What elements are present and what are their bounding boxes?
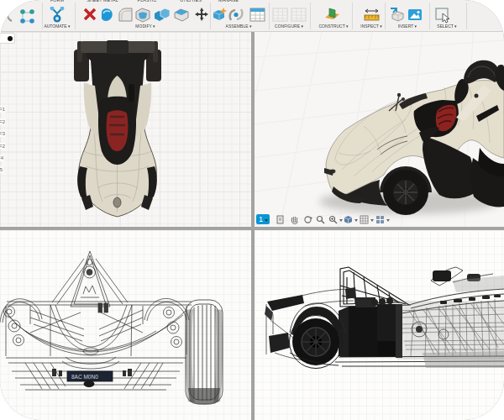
svg-text:8AC M0N0: 8AC M0N0	[71, 374, 98, 380]
